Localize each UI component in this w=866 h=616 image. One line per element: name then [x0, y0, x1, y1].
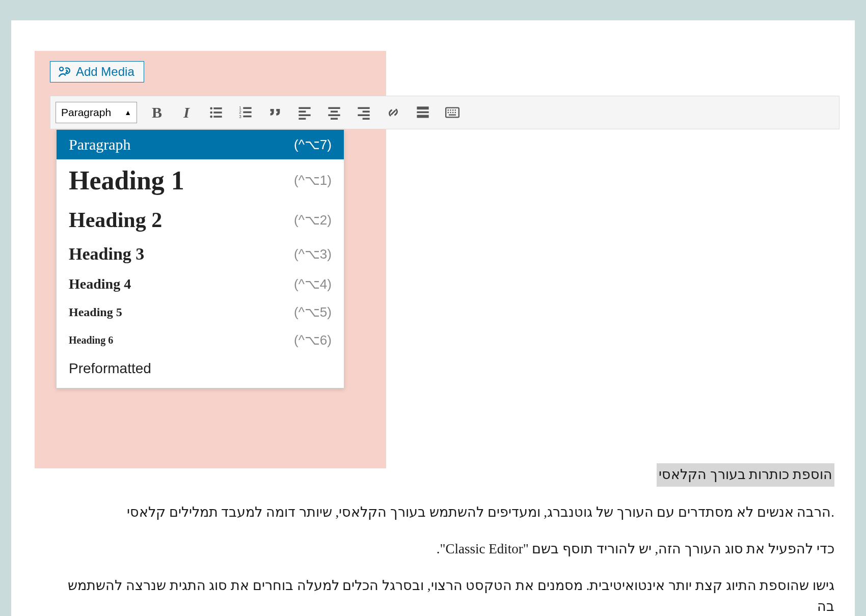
- svg-rect-26: [417, 111, 428, 114]
- link-button[interactable]: [382, 101, 405, 124]
- paragraph-1: .הרבה אנשים לא מסתדרים עם העורך של גוטנב…: [56, 502, 834, 523]
- format-option-heading-2[interactable]: Heading 2(^⌥2): [57, 202, 344, 238]
- add-media-label: Add Media: [76, 65, 134, 79]
- blockquote-button[interactable]: [263, 101, 287, 124]
- editor-toolbar: Paragraph ▲ B I 1 2 3: [50, 96, 840, 129]
- image-caption: הוספת כותרות בעורך הקלאסי: [657, 463, 834, 487]
- paragraph-3: גישו שהוספת התיוג קצת יותר אינטואיטיבית.…: [56, 575, 834, 616]
- list-ol-icon: 1 2 3: [238, 105, 253, 120]
- svg-rect-6: [213, 116, 222, 118]
- svg-rect-35: [452, 112, 453, 113]
- svg-rect-13: [299, 107, 310, 109]
- editor-panel: Add Media Paragraph ▲ B I 1 2 3: [11, 20, 855, 616]
- bulleted-list-button[interactable]: [204, 101, 228, 124]
- media-icon: [58, 65, 71, 78]
- read-more-icon: [416, 105, 430, 120]
- svg-rect-29: [448, 109, 449, 110]
- format-option-heading-5[interactable]: Heading 5(^⌥5): [57, 298, 344, 326]
- svg-rect-34: [450, 112, 451, 113]
- align-center-icon: [327, 105, 341, 120]
- align-center-button[interactable]: [322, 101, 346, 124]
- align-left-icon: [297, 105, 312, 120]
- numbered-list-button[interactable]: 1 2 3: [234, 101, 257, 124]
- italic-button[interactable]: I: [175, 101, 198, 124]
- svg-point-5: [210, 116, 212, 118]
- format-option-shortcut: (^⌥6): [294, 332, 332, 348]
- svg-rect-8: [243, 107, 251, 109]
- svg-rect-23: [358, 115, 369, 117]
- format-option-label: Heading 6: [69, 334, 113, 346]
- svg-rect-20: [331, 118, 338, 120]
- svg-rect-33: [448, 112, 449, 113]
- svg-rect-25: [417, 106, 428, 109]
- format-option-shortcut: (^⌥2): [294, 212, 332, 228]
- add-media-button[interactable]: Add Media: [50, 61, 144, 82]
- format-option-label: Heading 5: [69, 305, 122, 319]
- quote-icon: [268, 105, 282, 120]
- list-ul-icon: [209, 105, 223, 120]
- svg-rect-14: [299, 111, 306, 113]
- svg-rect-2: [213, 107, 222, 109]
- svg-point-0: [60, 67, 63, 71]
- svg-rect-24: [363, 118, 370, 120]
- svg-rect-30: [450, 109, 451, 110]
- link-icon: [386, 105, 400, 120]
- format-option-label: Paragraph: [69, 136, 131, 153]
- keyboard-icon: [445, 105, 459, 120]
- svg-rect-12: [243, 116, 251, 118]
- svg-rect-18: [331, 111, 338, 113]
- svg-rect-4: [213, 111, 222, 114]
- format-option-preformatted[interactable]: Preformatted: [57, 354, 344, 388]
- toolbar-toggle-button[interactable]: [441, 101, 464, 124]
- format-option-label: Heading 3: [69, 244, 144, 264]
- format-dropdown-trigger[interactable]: Paragraph ▲: [56, 102, 137, 123]
- svg-rect-27: [417, 115, 428, 118]
- format-option-shortcut: (^⌥1): [294, 173, 332, 188]
- svg-rect-31: [452, 109, 453, 110]
- svg-rect-16: [299, 118, 306, 120]
- format-selected-label: Paragraph: [61, 106, 111, 119]
- svg-rect-21: [358, 107, 369, 109]
- read-more-button[interactable]: [411, 101, 435, 124]
- format-option-heading-4[interactable]: Heading 4(^⌥4): [57, 270, 344, 298]
- svg-rect-37: [449, 115, 456, 116]
- svg-rect-36: [455, 112, 456, 113]
- svg-rect-15: [299, 115, 310, 117]
- bold-button[interactable]: B: [145, 101, 169, 124]
- format-option-heading-1[interactable]: Heading 1(^⌥1): [57, 159, 344, 202]
- format-option-heading-6[interactable]: Heading 6(^⌥6): [57, 326, 344, 354]
- svg-point-3: [210, 111, 212, 114]
- format-option-paragraph[interactable]: Paragraph(^⌥7): [57, 130, 344, 159]
- format-option-shortcut: (^⌥3): [294, 246, 332, 262]
- align-right-button[interactable]: [352, 101, 375, 124]
- align-left-button[interactable]: [293, 101, 316, 124]
- svg-rect-19: [328, 115, 340, 117]
- format-option-label: Heading 2: [69, 208, 162, 232]
- format-dropdown-menu: Paragraph(^⌥7)Heading 1(^⌥1)Heading 2(^⌥…: [56, 129, 344, 388]
- format-option-shortcut: (^⌥5): [294, 304, 332, 320]
- paragraph-2: כדי להפעיל את סוג העורך הזה, יש להוריד ת…: [56, 539, 834, 560]
- align-right-icon: [357, 105, 371, 120]
- format-option-shortcut: (^⌥4): [294, 276, 332, 292]
- svg-rect-10: [243, 111, 251, 114]
- format-option-shortcut: (^⌥7): [294, 137, 332, 153]
- svg-rect-32: [455, 109, 456, 110]
- chevron-up-icon: ▲: [124, 108, 131, 117]
- svg-point-1: [210, 107, 212, 110]
- format-option-label: Heading 1: [69, 165, 184, 195]
- format-option-label: Preformatted: [69, 360, 151, 377]
- format-option-label: Heading 4: [69, 276, 131, 292]
- svg-rect-22: [363, 111, 370, 113]
- svg-text:3: 3: [239, 115, 241, 119]
- editor-content[interactable]: הוספת כותרות בעורך הקלאסי .הרבה אנשים לא…: [56, 463, 834, 616]
- format-option-heading-3[interactable]: Heading 3(^⌥3): [57, 238, 344, 270]
- svg-rect-17: [328, 107, 340, 109]
